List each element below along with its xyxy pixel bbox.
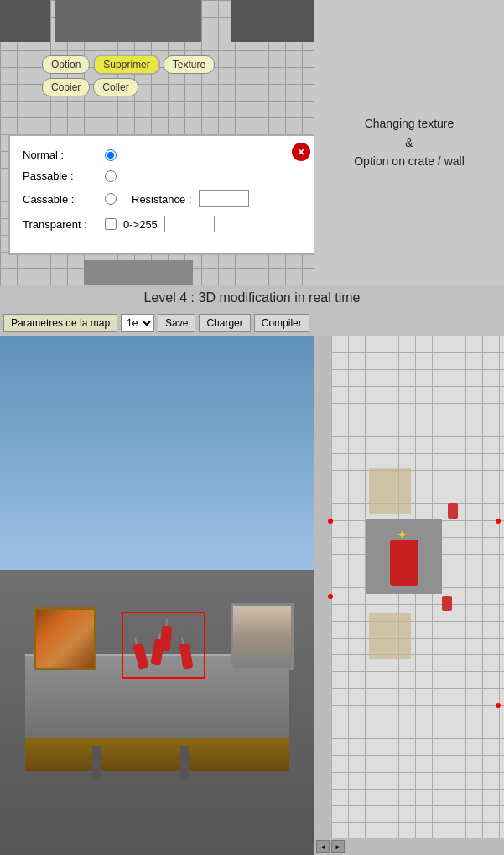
dynamite-3: [179, 643, 193, 670]
texture-button[interactable]: Texture: [164, 55, 215, 74]
passable-radio[interactable]: [105, 170, 117, 182]
dynamite-4: [160, 626, 173, 652]
level-select[interactable]: 1e 2e 3e: [121, 314, 154, 332]
main-content: ✦ ◄ ►: [0, 336, 504, 855]
save-button[interactable]: Save: [158, 314, 195, 332]
figure-2: [180, 746, 189, 779]
cassable-label: Cassable :: [23, 193, 98, 206]
resistance-label: Resistance :: [132, 193, 192, 206]
level-header: Level 4 : 3D modification in real time: [0, 285, 504, 310]
red-dot-2: [328, 594, 333, 599]
close-button[interactable]: ×: [292, 143, 310, 161]
dark-block-1: [0, 0, 50, 42]
gray-block-bottom: [84, 260, 193, 285]
info-text: Changing texture & Option on crate / wal…: [354, 114, 465, 170]
charger-button[interactable]: Charger: [199, 314, 250, 332]
map-border-left: [314, 336, 331, 838]
3d-view[interactable]: [0, 336, 314, 855]
top-section: Option Supprimer Texture Copier Coller ×…: [0, 0, 504, 285]
scroll-right-btn[interactable]: ►: [331, 840, 345, 853]
passable-label: Passable :: [23, 169, 98, 182]
map-figure-1: [448, 503, 458, 519]
top-right-panel: Changing texture & Option on crate / wal…: [314, 0, 504, 285]
compiler-button[interactable]: Compiler: [254, 314, 309, 332]
toolbar: Parametres de la map 1e 2e 3e Save Charg…: [0, 310, 504, 336]
painting-left: [34, 607, 96, 670]
dynamite-1: [132, 643, 148, 670]
map-tan-block-2: [369, 613, 411, 659]
map-2d[interactable]: ✦ ◄ ►: [314, 336, 504, 855]
properties-dialog: × Normal : Passable : Cassable : Resista…: [8, 134, 314, 255]
transparent-label: Transparent :: [23, 218, 98, 231]
figure-1: [92, 746, 101, 779]
parametres-button[interactable]: Parametres de la map: [3, 314, 117, 332]
cassable-row: Cassable : Resistance : 50: [23, 190, 304, 207]
red-dot-1: [328, 519, 333, 524]
supprimer-button[interactable]: Supprimer: [93, 55, 159, 75]
opacity-range-label: 0->255: [123, 218, 158, 231]
normal-radio[interactable]: [105, 149, 117, 161]
painting-right-image: [233, 606, 291, 668]
cassable-radio[interactable]: [105, 193, 117, 205]
map-bomb-tile: ✦: [366, 519, 442, 594]
popup-row-2: Copier Coller: [42, 78, 215, 96]
option-button[interactable]: Option: [42, 55, 90, 74]
coller-button[interactable]: Coller: [93, 78, 138, 96]
scroll-left-btn[interactable]: ◄: [316, 840, 330, 853]
top-left-panel: Option Supprimer Texture Copier Coller ×…: [0, 0, 314, 285]
transparent-row: Transparent : 0->255 150: [23, 216, 304, 232]
map-bottom-bar: ◄ ►: [314, 838, 504, 855]
dark-block-2: [55, 0, 201, 42]
map-tan-block-1: [369, 468, 411, 514]
transparent-checkbox[interactable]: [105, 218, 117, 230]
painting-left-image: [36, 610, 94, 668]
resistance-input[interactable]: 50: [199, 190, 249, 207]
popup-row-1: Option Supprimer Texture: [42, 55, 215, 75]
normal-row: Normal :: [23, 149, 304, 161]
red-dot-4: [496, 703, 501, 708]
platform-side: [25, 738, 289, 771]
popup-menu: Option Supprimer Texture Copier Coller: [42, 55, 215, 96]
passable-row: Passable :: [23, 169, 304, 182]
painting-right: [231, 603, 294, 670]
copier-button[interactable]: Copier: [42, 78, 90, 96]
opacity-input[interactable]: 150: [164, 216, 215, 232]
level-title: Level 4 : 3D modification in real time: [144, 290, 361, 305]
selection-box[interactable]: [122, 612, 205, 679]
bomb-body: [390, 540, 418, 586]
dark-block-3: [231, 0, 314, 42]
normal-label: Normal :: [23, 149, 98, 161]
map-figure-2: [442, 596, 452, 611]
red-dot-3: [496, 519, 501, 524]
bomb-image: ✦: [383, 527, 425, 586]
